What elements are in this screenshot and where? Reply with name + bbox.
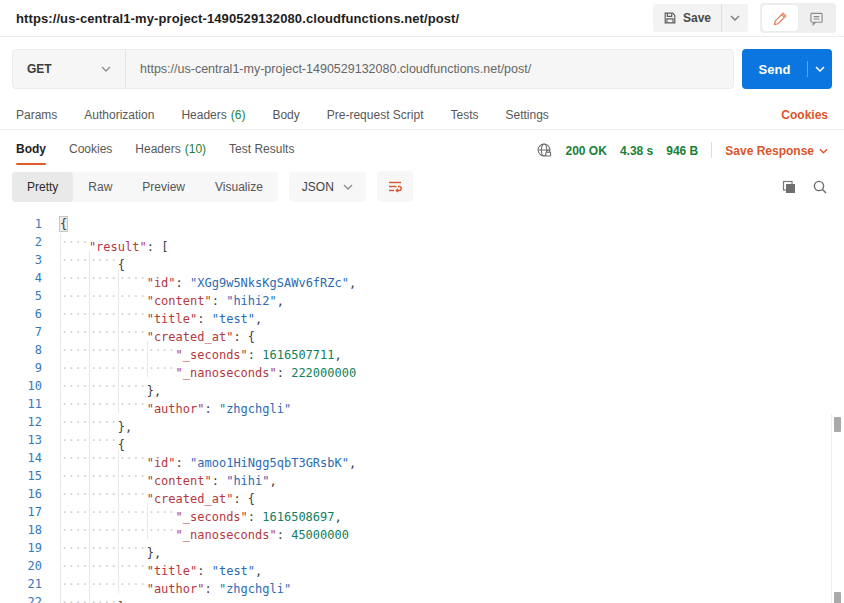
code-line: 17················"_seconds": 1616508697…	[0, 503, 844, 521]
tab-label: Body	[272, 108, 299, 122]
indent-guide: ····	[147, 341, 176, 359]
view-mode-preview[interactable]: Preview	[127, 172, 200, 202]
line-number: 20	[0, 557, 42, 575]
response-body-viewer[interactable]: 1{2····"result": [3········{4···········…	[0, 209, 844, 603]
tab-label: Settings	[506, 108, 549, 122]
view-mode-pretty[interactable]: Pretty	[12, 172, 73, 202]
view-mode-visualize[interactable]: Visualize	[200, 172, 278, 202]
tab-count-badge: (6)	[231, 108, 246, 122]
language-select[interactable]: JSON	[289, 172, 366, 202]
line-content: ········{	[60, 251, 125, 269]
json-punctuation: :	[204, 582, 218, 596]
send-options-button[interactable]	[808, 49, 832, 89]
indent-guide: ····	[89, 539, 118, 557]
request-tab-tests[interactable]: Tests	[450, 108, 478, 122]
indent-guide: ····	[147, 359, 176, 377]
line-number: 22	[0, 593, 42, 603]
request-tab-settings[interactable]: Settings	[506, 108, 549, 122]
code-line: 18················"_nanoseconds": 450000…	[0, 521, 844, 539]
documentation-edit-button[interactable]	[762, 5, 798, 31]
indent-guide: ····	[89, 503, 118, 521]
view-mode-raw[interactable]: Raw	[73, 172, 127, 202]
tab-count-badge: (10)	[185, 142, 206, 156]
request-tab-pre-request-script[interactable]: Pre-request Script	[327, 108, 424, 122]
indent-guide: ····	[60, 323, 89, 341]
indent-guide: ····	[89, 521, 118, 539]
json-punctuation: : [	[147, 240, 169, 254]
line-content: ············},	[60, 539, 161, 557]
indent-guide: ····	[118, 341, 147, 359]
indent-guide: ····	[118, 503, 147, 521]
line-content: ············"id": "amoo1HiNgg5qbT3GRsbK"…	[60, 449, 356, 467]
json-punctuation: {	[60, 217, 67, 231]
response-tab-body[interactable]: Body	[16, 142, 46, 165]
response-size: 946 B	[666, 144, 698, 158]
indent-guide: ····	[118, 557, 147, 575]
method-select[interactable]: GET	[13, 50, 125, 88]
indent-guide: ····	[89, 431, 118, 449]
cookies-link[interactable]: Cookies	[781, 108, 828, 122]
request-tab-body[interactable]: Body	[272, 108, 299, 122]
tab-label: Tests	[450, 108, 478, 122]
response-tabs: BodyCookiesHeaders(10)Test Results	[16, 142, 294, 165]
code-line: 7············"created_at": {	[0, 323, 844, 341]
response-tab-headers[interactable]: Headers(10)	[135, 142, 206, 165]
scrollbar-thumb[interactable]	[834, 592, 841, 603]
line-content: ············"author": "zhgchgli"	[60, 575, 291, 593]
indent-guide: ····	[89, 305, 118, 323]
code-line: 8················"_seconds": 1616507711,	[0, 341, 844, 359]
save-options-button[interactable]	[722, 15, 748, 21]
indent-guide: ····	[60, 485, 89, 503]
line-number: 5	[0, 287, 42, 305]
tab-label: Headers	[135, 142, 180, 156]
indent-guide: ····	[60, 395, 89, 413]
save-button-label: Save	[683, 11, 711, 25]
code-line: 22········},	[0, 593, 844, 603]
indent-guide: ····	[89, 467, 118, 485]
comments-button[interactable]	[798, 5, 834, 31]
request-tab-params[interactable]: Params	[16, 108, 57, 122]
indent-guide: ····	[89, 395, 118, 413]
response-tab-test-results[interactable]: Test Results	[229, 142, 294, 165]
wrap-lines-button[interactable]	[377, 171, 413, 202]
tab-label: Pre-request Script	[327, 108, 424, 122]
indent-guide: ····	[60, 593, 89, 603]
scrollbar-track[interactable]	[831, 414, 844, 603]
line-number: 16	[0, 485, 42, 503]
line-content: ············"content": "hihi2",	[60, 287, 284, 305]
indent-guide: ····	[89, 359, 118, 377]
indent-guide: ····	[60, 359, 89, 377]
code-line: 9················"_nanoseconds": 2220000…	[0, 359, 844, 377]
json-string: "zhgchgli"	[219, 402, 291, 416]
indent-guide: ····	[89, 287, 118, 305]
json-key: "_nanoseconds"	[176, 366, 277, 380]
json-punctuation: ,	[277, 294, 284, 308]
line-number: 1	[0, 215, 42, 233]
copy-button[interactable]	[781, 179, 797, 195]
top-bar: https://us-central1-my-project-149052913…	[0, 0, 844, 37]
viewer-actions	[781, 179, 828, 195]
send-button[interactable]: Send	[742, 49, 807, 89]
save-icon	[663, 11, 677, 25]
response-tab-cookies[interactable]: Cookies	[69, 142, 112, 165]
request-tab-authorization[interactable]: Authorization	[84, 108, 154, 122]
json-punctuation: :	[204, 402, 218, 416]
code-line: 2····"result": [	[0, 233, 844, 251]
indent-guide: ····	[60, 431, 89, 449]
request-builder: GET https://us-central1-my-project-14905…	[0, 37, 844, 101]
indent-guide: ····	[118, 539, 147, 557]
code-line: 1{	[0, 215, 844, 233]
search-button[interactable]	[812, 179, 828, 195]
globe-lock-icon	[536, 142, 553, 159]
response-meta: 200 OK 4.38 s 946 B Save Response	[536, 142, 828, 159]
line-number: 19	[0, 539, 42, 557]
indent-guide: ····	[60, 305, 89, 323]
request-tab-headers[interactable]: Headers(6)	[181, 108, 245, 122]
save-button[interactable]: Save	[653, 11, 721, 25]
indent-guide: ····	[118, 395, 147, 413]
json-key: "author"	[147, 582, 205, 596]
scrollbar-thumb[interactable]	[834, 417, 841, 432]
code-line: 6············"title": "test",	[0, 305, 844, 323]
save-response-button[interactable]: Save Response	[725, 144, 828, 158]
url-input[interactable]: https://us-central1-my-project-149052913…	[126, 62, 545, 76]
